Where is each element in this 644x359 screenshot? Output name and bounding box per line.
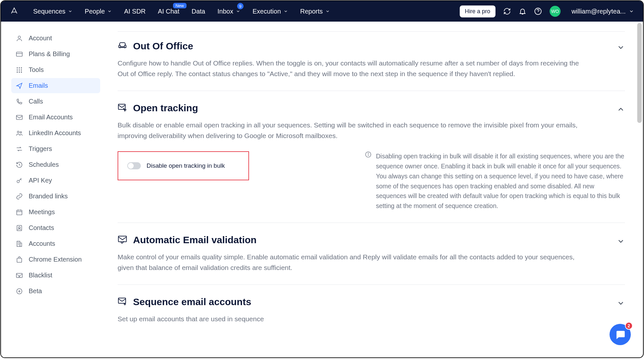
svg-point-7 [17, 69, 18, 71]
send-icon [16, 82, 23, 89]
nav-ai-chat[interactable]: AI Chat New [153, 1, 185, 22]
scrollbar-thumb[interactable] [637, 23, 642, 123]
sidebar-item-api-key[interactable]: API Key [11, 173, 100, 188]
svg-rect-13 [16, 115, 22, 119]
info-text: Disabling open tracking in bulk will dis… [376, 151, 625, 211]
nav-reports[interactable]: Reports [295, 1, 335, 22]
section-description: Bulk disable or enable email open tracki… [118, 120, 582, 141]
swap-icon [16, 145, 23, 153]
sidebar-item-calls[interactable]: Calls [11, 94, 100, 109]
user-email: william@replytea... [572, 8, 626, 15]
collapse-toggle[interactable] [617, 103, 625, 115]
sidebar-item-label: Emails [29, 82, 48, 89]
sidebar-item-label: LinkedIn Accounts [29, 129, 81, 137]
sidebar-item-label: Accounts [29, 240, 55, 247]
chevron-down-icon [629, 9, 634, 14]
sidebar-item-tools[interactable]: Tools [11, 62, 100, 77]
nav-data[interactable]: Data [187, 1, 210, 22]
sidebar-item-label: Branded links [29, 193, 68, 200]
section-title: Sequence email accounts [133, 296, 251, 307]
bell-icon[interactable] [519, 7, 526, 15]
chevron-down-icon [68, 9, 72, 14]
sidebar-item-beta[interactable]: Beta [11, 284, 100, 299]
calendar-icon [16, 209, 23, 216]
avatar[interactable]: WO [550, 6, 561, 17]
chevron-down-icon [284, 9, 288, 14]
refresh-icon[interactable] [503, 7, 511, 15]
contact-icon [16, 224, 23, 232]
hire-a-pro-button[interactable]: Hire a pro [460, 5, 495, 17]
info-note: Disabling open tracking in bulk will dis… [365, 151, 625, 211]
nav-label: Reports [300, 8, 323, 15]
svg-point-22 [18, 226, 20, 228]
main-content: Out Of Office Configure how to handle Ou… [111, 22, 643, 357]
sidebar-item-label: Account [29, 35, 52, 42]
sidebar-item-account[interactable]: Account [11, 31, 100, 46]
sidebar-item-chrome-ext[interactable]: Chrome Extension [11, 252, 100, 267]
nav-label: Data [192, 8, 205, 15]
sidebar-item-schedules[interactable]: Schedules [11, 157, 100, 172]
svg-point-36 [368, 153, 368, 154]
sidebar-item-accounts[interactable]: Accounts [11, 236, 100, 251]
svg-rect-38 [119, 298, 126, 303]
svg-rect-24 [20, 243, 22, 246]
user-menu[interactable]: william@replytea... [572, 8, 634, 15]
svg-point-11 [19, 71, 20, 73]
expand-toggle[interactable] [617, 296, 625, 309]
nav-label: People [85, 8, 105, 15]
sidebar-item-emails[interactable]: Emails [11, 78, 100, 93]
sidebar-item-linkedin[interactable]: LinkedIn Accounts [11, 125, 100, 141]
expand-toggle[interactable] [617, 234, 625, 247]
svg-rect-28 [17, 258, 22, 262]
sidebar-item-triggers[interactable]: Triggers [11, 141, 100, 156]
sidebar-item-label: Calls [29, 98, 43, 105]
chat-widget-button[interactable]: 2 [610, 324, 631, 345]
svg-point-6 [21, 67, 22, 68]
app-logo-icon[interactable] [10, 6, 18, 16]
scrollbar[interactable] [637, 22, 642, 357]
disable-open-tracking-toggle[interactable] [127, 162, 141, 169]
nav-execution[interactable]: Execution [247, 1, 293, 22]
sidebar-item-email-accounts[interactable]: Email Accounts [11, 110, 100, 125]
chevron-down-icon [325, 9, 330, 14]
expand-toggle[interactable] [617, 41, 625, 53]
nav-links: Sequences People AI SDR AI Chat New Data… [28, 1, 335, 22]
nav-inbox[interactable]: Inbox 9 [212, 1, 245, 22]
bag-icon [16, 256, 23, 263]
chevron-up-icon [617, 105, 625, 114]
nav-people[interactable]: People [80, 1, 117, 22]
svg-point-5 [19, 67, 20, 68]
history-icon [16, 161, 23, 168]
sidebar-item-contacts[interactable]: Contacts [11, 220, 100, 235]
sidebar-item-label: API Key [29, 177, 52, 184]
section-sequence-email-accounts: Sequence email accounts Set up email acc… [118, 285, 625, 336]
help-icon[interactable] [534, 7, 542, 15]
svg-point-14 [17, 131, 19, 133]
svg-point-4 [17, 67, 18, 68]
sidebar-item-branded-links[interactable]: Branded links [11, 189, 100, 204]
section-title: Out Of Office [133, 41, 193, 52]
sidebar-item-label: Beta [29, 287, 42, 295]
section-email-validation: Automatic Email validation Make control … [118, 223, 625, 285]
sidebar-item-label: Chrome Extension [29, 256, 82, 263]
sidebar-item-label: Contacts [29, 224, 54, 232]
sidebar-item-blacklist[interactable]: Blacklist [11, 268, 100, 283]
chevron-down-icon [617, 43, 625, 52]
sidebar-item-label: Schedules [29, 161, 59, 168]
svg-point-15 [20, 131, 22, 133]
section-title: Automatic Email validation [133, 234, 256, 245]
people-icon [16, 130, 23, 137]
envelope-icon [16, 114, 23, 121]
sidebar-item-plans[interactable]: Plans & Billing [11, 46, 100, 62]
couch-icon [118, 41, 127, 52]
nav-ai-sdr[interactable]: AI SDR [119, 1, 151, 22]
chevron-down-icon [107, 9, 112, 14]
mail-check-icon [118, 234, 127, 245]
svg-point-9 [21, 69, 22, 71]
nav-sequences[interactable]: Sequences [28, 1, 78, 22]
svg-rect-17 [17, 210, 22, 215]
section-open-tracking: Open tracking Bulk disable or enable ema… [118, 91, 625, 223]
svg-point-16 [17, 180, 19, 183]
nav-label: Inbox [217, 8, 233, 15]
sidebar-item-meetings[interactable]: Meetings [11, 204, 100, 220]
